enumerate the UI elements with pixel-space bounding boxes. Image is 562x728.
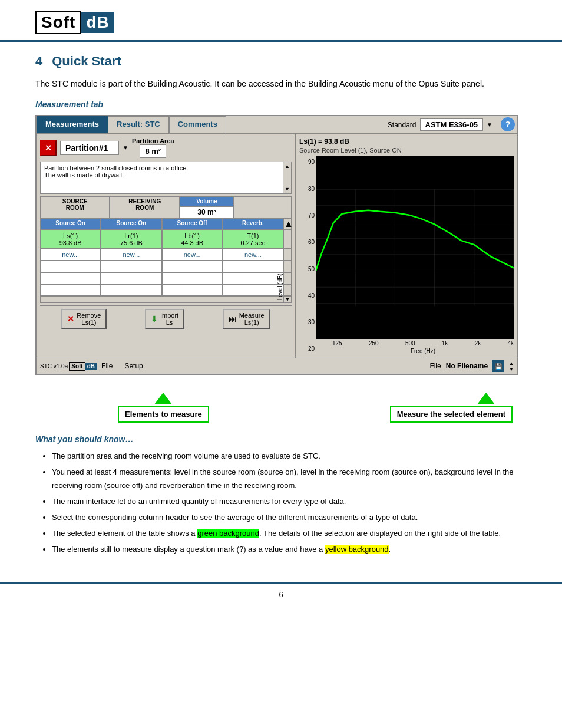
footer-menu-setup[interactable]: Setup (124, 362, 143, 370)
y-tick-20: 20 (300, 345, 315, 352)
tab-result[interactable]: Result: STC (108, 116, 169, 133)
ls1-cell[interactable]: Ls(1)93.8 dB (40, 230, 101, 249)
right-callout-box: Measure the selected element (390, 406, 513, 423)
y-tick-70: 70 (300, 212, 315, 219)
empty-cell (40, 284, 101, 296)
empty-cell (162, 261, 223, 272)
data-row-1: Ls(1)93.8 dB Lr(1)75.6 dB Lb(1)44.3 dB T… (40, 230, 292, 249)
receiving-room-header[interactable]: RECEIVINGROOM (110, 196, 179, 218)
logo-db: dB (81, 12, 114, 33)
bullet-2: You need at least 4 measurements: level … (52, 466, 527, 492)
section-heading: 4 Quick Start (35, 54, 527, 69)
footer-file-area: File No Filename 💾 ▲ ▼ (148, 360, 514, 372)
tab-comments[interactable]: Comments (169, 116, 226, 133)
description-text: Partition between 2 small closed rooms i… (44, 164, 188, 179)
standard-dropdown-arrow[interactable]: ▼ (487, 121, 492, 128)
left-callout-box: Elements to measure (118, 406, 209, 423)
empty-cell (223, 284, 283, 296)
partition-row: Partition#1 ▼ Partition Area 8 m² (40, 137, 292, 158)
import-ls-button[interactable]: ⬇ ImportLs (145, 309, 184, 329)
lr1-cell[interactable]: Lr(1)75.6 dB (101, 230, 161, 249)
t-new-cell[interactable]: new... (223, 249, 283, 261)
partition-name[interactable]: Partition#1 (60, 141, 119, 155)
footer-menu-file[interactable]: File (101, 362, 113, 370)
remove-label: RemoveLs(1) (77, 312, 101, 326)
empty-cell (223, 272, 283, 284)
partition-area-group: Partition Area 8 m² (132, 137, 174, 158)
empty-cell (101, 284, 161, 296)
source-room-header[interactable]: SOURCEROOM (40, 196, 110, 218)
tab-measurements[interactable]: Measurements (37, 116, 108, 133)
chart-area (316, 156, 514, 339)
partition-area-value[interactable]: 8 m² (140, 144, 166, 158)
reverb-header (234, 196, 292, 218)
ui-screenshot: Measurements Result: STC Comments Standa… (35, 115, 518, 375)
page-number: 6 (279, 590, 283, 599)
ui-body: Partition#1 ▼ Partition Area 8 m² Partit… (37, 134, 517, 358)
import-label: ImportLs (160, 312, 178, 326)
t1-cell[interactable]: T(1)0.27 sec (223, 230, 283, 249)
volume-value[interactable]: 30 m³ (180, 206, 234, 218)
ls-new-cell[interactable]: new... (40, 249, 101, 261)
right-callout-arrow (390, 393, 495, 404)
row3-scroll-space (283, 261, 292, 272)
measurement-columns: SOURCEROOM RECEIVINGROOM Volume 30 m³ So… (40, 196, 292, 303)
lr-new-cell[interactable]: new... (101, 249, 161, 261)
what-heading: What you should know… (35, 434, 527, 444)
sub-col-scroll[interactable]: ▲ (283, 218, 292, 230)
yellow-highlight: yellow background (325, 545, 389, 554)
intro-paragraph: The STC module is part of the Building A… (35, 77, 527, 90)
right-callout-container: Measure the selected element (390, 393, 513, 423)
sub-col-source-off[interactable]: Source Off (162, 218, 223, 230)
sub-col-source-on2[interactable]: Source On (101, 218, 161, 230)
y-tick-60: 60 (300, 239, 315, 245)
remove-ls-button[interactable]: ✕ RemoveLs(1) (61, 309, 107, 329)
save-diskette-button[interactable]: 💾 (492, 360, 504, 372)
data-row-5 (40, 284, 292, 296)
footer-menu: File Setup (101, 362, 143, 370)
left-callout-container: Elements to measure (118, 393, 209, 423)
footer-filename: No Filename (446, 362, 488, 370)
help-button[interactable]: ? (501, 117, 515, 131)
sub-col-source-on[interactable]: Source On (40, 218, 101, 230)
footer-arrows[interactable]: ▲ ▼ (509, 361, 514, 372)
import-icon: ⬇ (151, 314, 158, 324)
standard-value[interactable]: ASTM E336-05 (420, 118, 484, 131)
action-buttons-left: ✕ RemoveLs(1) ⬇ ImportLs ⏭ MeasureLs(1) (40, 305, 292, 332)
remove-icon: ✕ (67, 314, 74, 324)
chart-subtitle: Source Room Level (1), Source ON (299, 147, 514, 154)
col-headers-row: SOURCEROOM RECEIVINGROOM Volume 30 m³ (40, 196, 292, 218)
x-tick-2k: 2k (475, 340, 481, 347)
bullet-6: The elements still to measure display a … (52, 543, 527, 556)
page-footer: 6 (0, 582, 562, 605)
description-box[interactable]: Partition between 2 small closed rooms i… (40, 162, 292, 194)
bullet-list: The partition area and the receiving roo… (35, 450, 527, 556)
description-scrollbar[interactable]: ▲ ▼ (283, 162, 291, 193)
delete-partition-button[interactable] (40, 140, 57, 156)
footer-file-label: File (429, 362, 441, 370)
page-content: 4 Quick Start The STC module is part of … (0, 42, 562, 571)
row4-scroll-space (283, 272, 292, 284)
empty-cell (101, 272, 161, 284)
tab-bar: Measurements Result: STC Comments Standa… (37, 116, 517, 134)
partition-dropdown[interactable]: ▼ (123, 144, 128, 151)
row2-scroll-space (283, 249, 292, 261)
lb1-cell[interactable]: Lb(1)44.3 dB (162, 230, 223, 249)
volume-header: Volume (180, 196, 234, 206)
y-tick-90: 90 (300, 159, 315, 165)
y-tick-80: 80 (300, 186, 315, 192)
measure-ls-button[interactable]: ⏭ MeasureLs(1) (223, 309, 270, 329)
callout-area: Elements to measure Measure the selected… (35, 393, 518, 423)
sub-col-reverb[interactable]: Reverb. (223, 218, 283, 230)
row5-scroll-space (283, 284, 292, 296)
scroll-bottom-row: ▼ (40, 296, 292, 303)
empty-cell (40, 272, 101, 284)
scroll-down-button[interactable]: ▼ (283, 296, 292, 303)
data-row-3 (40, 261, 292, 272)
svg-marker-15 (477, 393, 495, 404)
left-callout-text: Elements to measure (125, 410, 202, 419)
chart-svg (316, 156, 514, 339)
data-row-4 (40, 272, 292, 284)
lb-new-cell[interactable]: new... (162, 249, 223, 261)
y-tick-50: 50 (300, 266, 315, 272)
